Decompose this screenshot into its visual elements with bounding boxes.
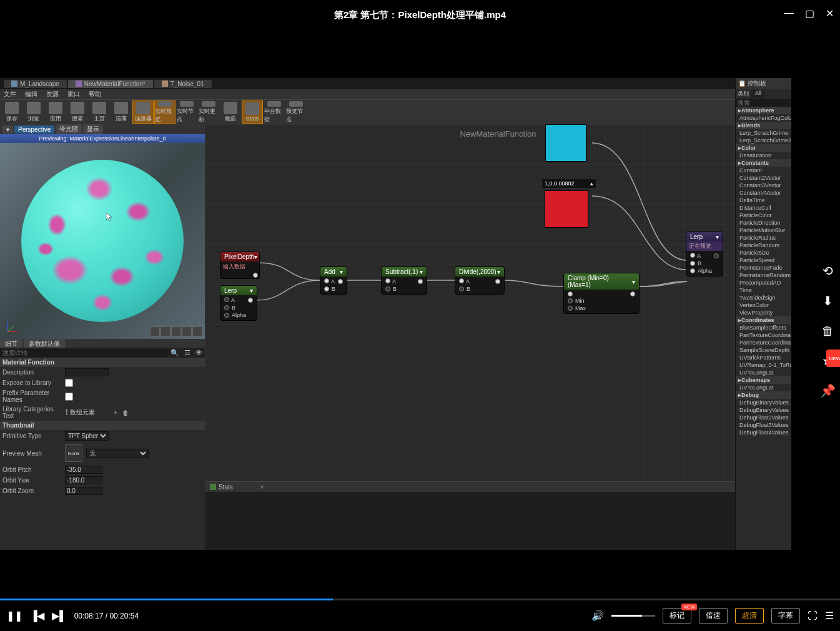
- palette-item-31[interactable]: PanTextureCoordinateFrom: [736, 339, 791, 346]
- chevron-down-icon[interactable]: ▾: [254, 253, 257, 260]
- palette-cat-Cubemaps[interactable]: ▸Cubemaps: [736, 376, 791, 384]
- toolbar-9[interactable]: 实时更新: [198, 100, 219, 124]
- palette-item-25[interactable]: TwoSidedSign: [736, 294, 791, 301]
- speed-button[interactable]: 倍速: [699, 608, 728, 624]
- toolbar-10[interactable]: 物质: [220, 100, 241, 124]
- chevron-down-icon[interactable]: ▾: [420, 268, 423, 275]
- toolbar-4[interactable]: 主页: [89, 100, 110, 124]
- playlist-icon[interactable]: ☰: [825, 610, 834, 622]
- toolbar-7[interactable]: 实时预览: [154, 100, 175, 124]
- palette-item-1[interactable]: AtmosphericFogColor: [736, 114, 791, 122]
- tab-details[interactable]: 细节: [0, 339, 22, 348]
- input-description[interactable]: [65, 368, 109, 376]
- volume-slider[interactable]: [611, 615, 655, 617]
- menu-window[interactable]: 窗口: [67, 90, 80, 99]
- palette-cat-Atmosphere[interactable]: ▸Atmosphere: [736, 107, 791, 114]
- collapse-icon[interactable]: ▴: [590, 180, 593, 187]
- lighting-button[interactable]: 带光照: [56, 124, 82, 134]
- palette-item-23[interactable]: PrecomputedAO: [736, 279, 791, 286]
- node-pixeldepth[interactable]: PixelDepth▾ 输入数据: [220, 252, 260, 279]
- palette-item-29[interactable]: BlurSampleOffsets: [736, 324, 791, 331]
- toolbar-8[interactable]: 实时节点: [176, 100, 197, 124]
- palette-item-15[interactable]: ParticleDirection: [736, 219, 791, 227]
- palette-item-42[interactable]: DebugFloat3Values: [736, 421, 791, 429]
- trash-icon[interactable]: 🗑: [122, 409, 129, 416]
- stats-close-icon[interactable]: ×: [260, 484, 264, 491]
- tab-landscape[interactable]: M_Landscape: [4, 80, 67, 88]
- close-icon[interactable]: ✕: [826, 7, 834, 19]
- chevron-down-icon[interactable]: ▾: [497, 268, 500, 275]
- toolbar-3[interactable]: 搜索: [67, 100, 88, 124]
- swatch-cyan[interactable]: [545, 124, 586, 162]
- checkbox-expose[interactable]: [65, 379, 73, 387]
- palette-item-43[interactable]: DebugFloat4Values: [736, 429, 791, 436]
- palette-item-3[interactable]: Lerp_ScratchGrime: [736, 129, 791, 137]
- quality-button[interactable]: 超清: [735, 608, 764, 624]
- progress-bar[interactable]: [0, 599, 840, 600]
- select-preview-mesh[interactable]: 无: [86, 449, 149, 458]
- palette-item-4[interactable]: Lerp_ScratchGrime2: [736, 137, 791, 144]
- palette-item-30[interactable]: PanTextureCoordinate: [736, 331, 791, 339]
- checkbox-prefix[interactable]: [65, 393, 73, 401]
- minimize-icon[interactable]: —: [784, 7, 794, 19]
- node-subtract[interactable]: Subtract(,1)▾ A B: [381, 267, 427, 295]
- palette-item-13[interactable]: DistanceCull: [736, 204, 791, 212]
- palette-item-6[interactable]: Desaturation: [736, 152, 791, 159]
- toolbar-5[interactable]: 清理: [111, 100, 132, 124]
- palette-item-10[interactable]: Constant3Vector: [736, 182, 791, 189]
- prev-icon[interactable]: ▐◀: [30, 610, 44, 622]
- menu-asset[interactable]: 资源: [46, 90, 59, 99]
- add-icon[interactable]: +: [114, 409, 117, 416]
- download-icon[interactable]: ⬇: [819, 292, 836, 310]
- share-icon[interactable]: ⟲: [819, 262, 836, 280]
- palette-item-35[interactable]: UVToLongLat: [736, 369, 791, 376]
- palette-item-20[interactable]: ParticleSpeed: [736, 257, 791, 264]
- toolbar-2[interactable]: 应用: [45, 100, 66, 124]
- node-divide[interactable]: Divide(,2000)▾ A B: [455, 267, 505, 295]
- palette-item-24[interactable]: Time: [736, 286, 791, 294]
- palette-item-32[interactable]: SampleSceneDepth: [736, 346, 791, 354]
- stats-tab-label[interactable]: Stats: [219, 484, 233, 491]
- input-pitch[interactable]: [65, 466, 102, 474]
- input-zoom[interactable]: [65, 487, 102, 495]
- toolbar-13[interactable]: 预览节点: [285, 100, 307, 124]
- volume-icon[interactable]: 🔊: [591, 610, 604, 622]
- chevron-down-icon[interactable]: ▾: [340, 268, 343, 275]
- palette-item-18[interactable]: ParticleRandom: [736, 242, 791, 249]
- palette-item-37[interactable]: UVToLongLat: [736, 384, 791, 391]
- tab-params[interactable]: 参数默认值: [24, 339, 65, 348]
- material-graph[interactable]: NewMaterialFunction 缩放 1:1 材质函数 1,0,0: [205, 124, 791, 550]
- chevron-down-icon[interactable]: ▾: [716, 233, 719, 240]
- node-add[interactable]: Add▾ A B: [320, 267, 347, 295]
- palette-item-19[interactable]: ParticleSize: [736, 249, 791, 257]
- palette-item-40[interactable]: DebugBinaryValues: [736, 406, 791, 414]
- palette-item-27[interactable]: ViewProperty: [736, 309, 791, 316]
- palette-item-22[interactable]: PerInstanceRandom: [736, 271, 791, 279]
- maximize-icon[interactable]: ▢: [805, 7, 814, 19]
- menu-edit[interactable]: 编辑: [25, 90, 37, 99]
- vp-icon-2[interactable]: [161, 326, 170, 336]
- palette-item-17[interactable]: ParticleRadius: [736, 234, 791, 242]
- toolbar-0[interactable]: 保存: [1, 100, 22, 124]
- pin-icon[interactable]: 📌: [819, 382, 836, 399]
- vp-icon-4[interactable]: [182, 326, 192, 336]
- toolbar-12[interactable]: 平台数据: [264, 100, 285, 124]
- palette-search-input[interactable]: [736, 99, 791, 107]
- input-yaw[interactable]: [65, 476, 102, 484]
- palette-cat-Color[interactable]: ▸Color: [736, 144, 791, 152]
- palette-cat-Constants[interactable]: ▸Constants: [736, 159, 791, 167]
- mark-button[interactable]: 标记NEW: [663, 608, 691, 624]
- palette-item-9[interactable]: Constant2Vector: [736, 174, 791, 182]
- menu-file[interactable]: 文件: [4, 90, 16, 99]
- select-primtype[interactable]: TPT Sphere: [65, 431, 109, 441]
- node-lerp2[interactable]: Lerp▾ 正在预览 A B Alpha: [686, 232, 723, 276]
- view-options-icon[interactable]: ☰: [182, 349, 193, 357]
- node-constant-red[interactable]: 1,0,0.00802▴: [542, 179, 596, 230]
- delete-icon[interactable]: 🗑: [819, 322, 836, 340]
- palette-item-16[interactable]: ParticleMotionBlur: [736, 227, 791, 234]
- palette-item-33[interactable]: UVBrickPatterns: [736, 354, 791, 361]
- badge-new-icon[interactable]: ★NEW: [819, 352, 836, 369]
- palette-item-12[interactable]: DeltaTime: [736, 197, 791, 204]
- fullscreen-icon[interactable]: ⛶: [808, 610, 818, 622]
- palette-item-41[interactable]: DebugFloat2Values: [736, 414, 791, 421]
